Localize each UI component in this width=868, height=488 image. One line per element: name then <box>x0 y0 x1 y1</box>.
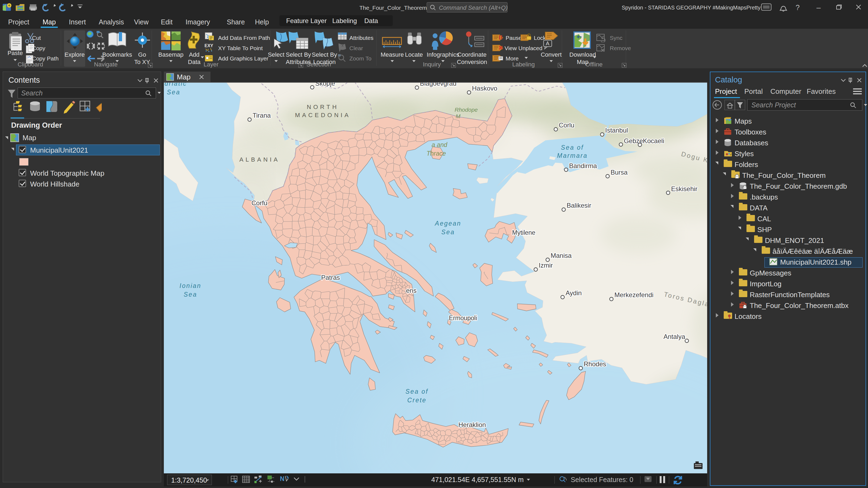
svg-text:Bursa: Bursa <box>611 169 628 176</box>
svg-text:a and: a and <box>432 141 447 148</box>
svg-text:Blagoevgrad: Blagoevgrad <box>420 83 457 87</box>
svg-text:Corlu: Corlu <box>559 122 574 129</box>
svg-text:Izmir: Izmir <box>539 262 553 269</box>
svg-text:ALBANIA: ALBANIA <box>240 156 280 163</box>
svg-text:Haskovo: Haskovo <box>472 85 497 92</box>
svg-text:Ionian: Ionian <box>180 282 202 289</box>
svg-text:Corfu: Corfu <box>251 199 268 206</box>
svg-text:N: N <box>280 475 284 482</box>
svg-text:MACEDONIA: MACEDONIA <box>295 112 350 119</box>
svg-text:Kocaeli: Kocaeli <box>643 137 664 144</box>
svg-text:Rhodope: Rhodope <box>455 106 478 113</box>
svg-text:Crete: Crete <box>407 397 426 404</box>
svg-text:Merkezefendi: Merkezefendi <box>614 291 653 298</box>
svg-text:Thrace: Thrace <box>426 150 446 157</box>
svg-text:Aydin: Aydin <box>565 289 582 297</box>
svg-text:Sea of: Sea of <box>405 388 429 395</box>
svg-text:EXY: EXY <box>205 43 213 48</box>
svg-text:Manisa: Manisa <box>551 252 572 259</box>
svg-text:Sea of: Sea of <box>561 144 584 151</box>
svg-text:Marmara: Marmara <box>557 152 588 159</box>
svg-text:Patras: Patras <box>321 274 340 281</box>
svg-text:Aegean: Aegean <box>434 220 461 227</box>
svg-text:Antalya: Antalya <box>663 333 685 340</box>
svg-text:Skopje: Skopje <box>315 83 335 87</box>
svg-text:Bandirma: Bandirma <box>569 162 597 169</box>
svg-text:NORTH: NORTH <box>307 104 339 110</box>
svg-text:Mytilene: Mytilene <box>512 229 535 236</box>
svg-text:Heraklion: Heraklion <box>458 421 486 428</box>
svg-text:ens: ens <box>406 287 416 294</box>
svg-text:Eskisehir: Eskisehir <box>671 185 698 193</box>
svg-text:Rhodes: Rhodes <box>584 360 606 368</box>
svg-text:Sea: Sea <box>184 291 197 298</box>
svg-text:Sea: Sea <box>441 229 455 236</box>
svg-text:Istanbul: Istanbul <box>605 127 628 134</box>
svg-text:Tirana: Tirana <box>252 112 271 119</box>
svg-text:?: ? <box>796 3 800 12</box>
svg-text:Balikesir: Balikesir <box>567 202 591 209</box>
svg-text:M: M <box>456 113 461 119</box>
svg-text:Ermoupoli: Ermoupoli <box>449 315 477 322</box>
svg-text:driatic: driatic <box>165 83 187 87</box>
svg-text:A: A <box>546 40 550 46</box>
svg-text:Sea: Sea <box>167 89 180 96</box>
